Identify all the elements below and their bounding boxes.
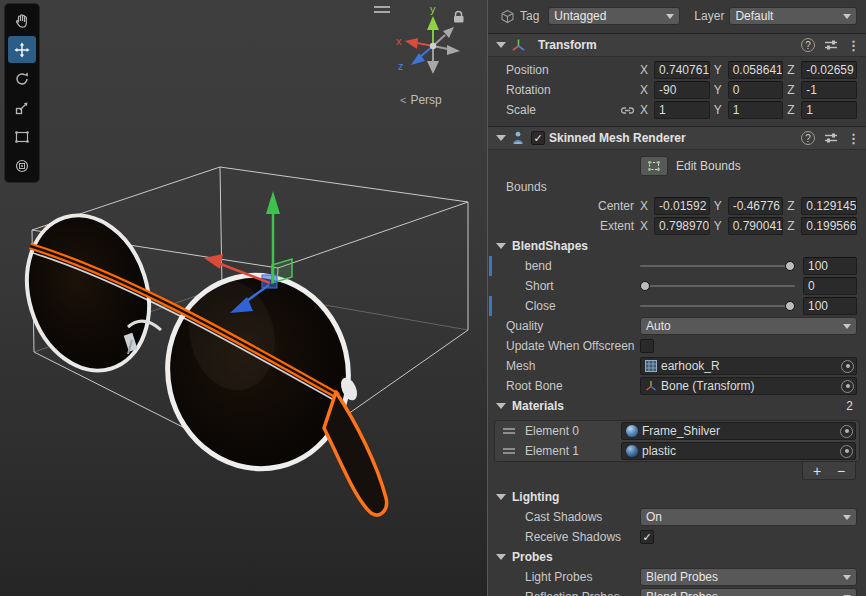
scene-view[interactable]: y x z <Persp: [0, 0, 487, 596]
remove-element-button[interactable]: −: [829, 464, 853, 478]
glasses-model[interactable]: [8, 200, 386, 515]
bounds-extent-row: Extent X 0.798970 Y 0.790041 Z 0.199566: [488, 216, 866, 236]
material-0-object-field[interactable]: Frame_Shilver: [621, 422, 856, 440]
rotation-x-field[interactable]: -90: [654, 81, 710, 99]
scale-z-field[interactable]: 1: [801, 101, 857, 119]
cast-shadows-row: Cast Shadows On: [488, 507, 866, 527]
drag-handle-icon[interactable]: [503, 426, 515, 436]
presets-icon[interactable]: [824, 132, 838, 144]
move-tool-button[interactable]: [8, 36, 36, 63]
bounds-center-row: Center X -0.01592 Y -0.46776 Z 0.129145: [488, 196, 866, 216]
axis-z-label: z: [398, 60, 404, 72]
gizmo-x-arrow[interactable]: [204, 254, 223, 269]
rotate-tool-button[interactable]: [8, 65, 36, 92]
foldout-open-icon[interactable]: [496, 243, 506, 249]
root-bone-row: Root Bone Bone (Transform): [488, 376, 866, 396]
kebab-menu-icon[interactable]: ⋮: [847, 132, 860, 145]
gizmo-y-arrow[interactable]: [266, 191, 280, 214]
extent-z-field[interactable]: 0.199566: [801, 217, 857, 235]
scene-orientation-gizmo[interactable]: y x z: [390, 4, 476, 85]
mesh-icon: [645, 360, 657, 372]
slider-knob[interactable]: [785, 301, 795, 311]
inspector-panel: Tag Untagged Layer Default Transform ?: [487, 0, 866, 596]
mesh-object-field[interactable]: earhook_R: [640, 357, 857, 375]
scene-3d-render: [0, 0, 487, 596]
reflection-probes-dropdown[interactable]: Blend Probes: [640, 588, 857, 596]
object-picker-icon[interactable]: [841, 360, 854, 373]
hand-tool-button[interactable]: [8, 7, 36, 34]
update-when-offscreen-checkbox[interactable]: [640, 339, 654, 353]
gizmo-y-cone[interactable]: [427, 16, 439, 30]
center-z-field[interactable]: 0.129145: [801, 197, 857, 215]
scale-row: Scale X 1 Y 1 Z 1: [488, 100, 866, 120]
bend-value-field[interactable]: 100: [803, 257, 857, 275]
help-icon[interactable]: ?: [801, 131, 815, 145]
materials-foldout[interactable]: Materials 2: [488, 396, 866, 416]
hand-icon: [14, 13, 30, 29]
transform-component-header[interactable]: Transform ? ⋮: [488, 33, 866, 57]
light-probes-dropdown[interactable]: Blend Probes: [640, 568, 857, 586]
position-x-field[interactable]: 0.740761: [654, 61, 710, 79]
scale-y-field[interactable]: 1: [728, 101, 784, 119]
foldout-open-icon[interactable]: [496, 135, 506, 141]
add-element-button[interactable]: +: [805, 464, 829, 478]
center-y-field[interactable]: -0.46776: [728, 197, 784, 215]
scale-tool-button[interactable]: [8, 94, 36, 121]
extent-y-field[interactable]: 0.790041: [728, 217, 784, 235]
rotation-y-field[interactable]: 0: [728, 81, 784, 99]
edit-bounds-row: Edit Bounds: [488, 154, 866, 178]
material-element-row: Element 0 Frame_Shilver: [495, 421, 859, 441]
kebab-menu-icon[interactable]: ⋮: [847, 39, 860, 52]
material-icon: [626, 425, 638, 437]
bounds-label-row: Bounds: [488, 178, 866, 196]
persp-text: Persp: [410, 93, 441, 107]
short-slider[interactable]: [640, 279, 795, 293]
foldout-open-icon[interactable]: [496, 42, 506, 48]
object-picker-icon[interactable]: [840, 425, 853, 438]
quality-dropdown[interactable]: Auto: [640, 317, 857, 335]
drag-handle-icon[interactable]: [503, 446, 515, 456]
probes-foldout[interactable]: Probes: [488, 547, 866, 567]
tag-dropdown[interactable]: Untagged: [548, 7, 680, 25]
rect-tool-button[interactable]: [8, 123, 36, 150]
position-y-field[interactable]: 0.058641: [728, 61, 784, 79]
axis-y-label: y: [430, 4, 436, 15]
scale-x-field[interactable]: 1: [654, 101, 710, 119]
root-bone-object-field[interactable]: Bone (Transform): [640, 377, 857, 395]
edit-bounds-button[interactable]: [640, 156, 668, 176]
foldout-open-icon[interactable]: [496, 494, 506, 500]
short-value-field[interactable]: 0: [803, 277, 857, 295]
materials-size-field[interactable]: 2: [846, 399, 857, 413]
link-icon[interactable]: [621, 105, 634, 116]
tag-label: Tag: [520, 9, 539, 23]
bend-slider[interactable]: [640, 259, 795, 273]
receive-shadows-checkbox[interactable]: ✓: [640, 530, 654, 544]
foldout-open-icon[interactable]: [496, 403, 506, 409]
rotation-z-field[interactable]: -1: [801, 81, 857, 99]
extent-x-field[interactable]: 0.798970: [654, 217, 710, 235]
smr-component-header[interactable]: ✓ Skinned Mesh Renderer ? ⋮: [488, 126, 866, 150]
close-slider[interactable]: [640, 299, 795, 313]
overlay-menu-icon[interactable]: [374, 6, 390, 16]
receive-shadows-row: Receive Shadows ✓: [488, 527, 866, 547]
center-x-field[interactable]: -0.01592: [654, 197, 710, 215]
close-value-field[interactable]: 100: [803, 297, 857, 315]
transform-tool-button[interactable]: [8, 152, 36, 179]
component-enabled-checkbox[interactable]: ✓: [531, 131, 545, 145]
object-picker-icon[interactable]: [840, 445, 853, 458]
slider-knob[interactable]: [785, 261, 795, 271]
cast-shadows-dropdown[interactable]: On: [640, 508, 857, 526]
blendshapes-foldout[interactable]: BlendShapes: [488, 236, 866, 256]
gizmo-x-cone[interactable]: [405, 38, 418, 49]
presets-icon[interactable]: [824, 39, 838, 51]
position-z-field[interactable]: -0.02659: [801, 61, 857, 79]
foldout-open-icon[interactable]: [496, 554, 506, 560]
slider-knob[interactable]: [640, 281, 650, 291]
projection-toggle[interactable]: <Persp: [400, 93, 442, 107]
lighting-foldout[interactable]: Lighting: [488, 487, 866, 507]
help-icon[interactable]: ?: [801, 38, 815, 52]
material-element-row: Element 1 plastic: [495, 441, 859, 461]
layer-dropdown[interactable]: Default: [729, 7, 857, 25]
object-picker-icon[interactable]: [841, 380, 854, 393]
material-1-object-field[interactable]: plastic: [621, 442, 856, 460]
